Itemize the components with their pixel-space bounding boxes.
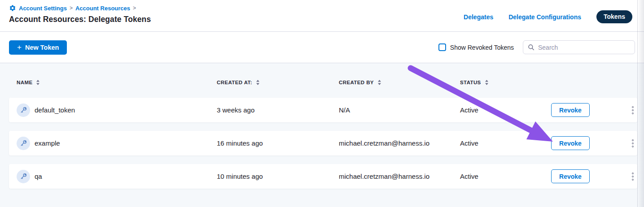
- sort-icon[interactable]: [256, 79, 260, 86]
- scrollbar[interactable]: [637, 0, 644, 207]
- tab-tokens-active[interactable]: Tokens: [596, 10, 632, 23]
- sort-icon[interactable]: [377, 79, 381, 86]
- header-tabs: Delegates Delegate Configurations Tokens: [464, 10, 632, 23]
- created-by: N/A: [339, 106, 460, 114]
- toolbar: + New Token Show Revoked Tokens: [0, 32, 644, 63]
- token-name: default_token: [35, 106, 75, 114]
- token-name-cell: example: [17, 137, 217, 150]
- page-header: Account Settings > Account Resources > A…: [0, 0, 644, 32]
- created-at: 10 minutes ago: [217, 172, 339, 180]
- column-label: NAME: [17, 80, 32, 85]
- key-icon: [17, 104, 30, 117]
- breadcrumb-link-account-settings[interactable]: Account Settings: [19, 5, 67, 12]
- new-token-label: New Token: [25, 44, 59, 51]
- created-at: 16 minutes ago: [217, 139, 339, 147]
- table-header-row: NAME CREATED AT: CREATED BY STATUS: [9, 77, 637, 88]
- token-name-cell: qa: [17, 170, 217, 183]
- show-revoked-checkbox[interactable]: [438, 43, 446, 51]
- tokens-table: NAME CREATED AT: CREATED BY STATUS: [0, 63, 644, 207]
- delegate-tokens-page: Account Settings > Account Resources > A…: [0, 0, 644, 207]
- new-token-button[interactable]: + New Token: [9, 40, 67, 55]
- column-header-name: NAME: [17, 79, 217, 86]
- created-by: michael.cretzman@harness.io: [339, 172, 460, 180]
- status-value: Active: [460, 106, 551, 114]
- breadcrumb-link-account-resources[interactable]: Account Resources: [75, 5, 130, 12]
- search-input[interactable]: [538, 44, 630, 51]
- header-left: Account Settings > Account Resources > A…: [9, 4, 151, 24]
- column-header-created-at: CREATED AT:: [217, 79, 339, 86]
- show-revoked-label: Show Revoked Tokens: [450, 44, 514, 51]
- row-menu-kebab-icon[interactable]: [630, 104, 635, 116]
- table-row: default_token 3 weeks ago N/A Active Rev…: [9, 98, 637, 122]
- column-label: STATUS: [460, 80, 481, 85]
- token-name-cell: default_token: [17, 104, 217, 117]
- breadcrumb-separator: >: [133, 5, 136, 11]
- key-icon: [17, 170, 30, 183]
- column-label: CREATED AT:: [217, 80, 252, 85]
- settings-gear-icon: [9, 4, 16, 12]
- page-title: Account Resources: Delegate Tokens: [9, 15, 151, 24]
- table-row: example 16 minutes ago michael.cretzman@…: [9, 131, 637, 155]
- table-row: qa 10 minutes ago michael.cretzman@harne…: [9, 164, 637, 189]
- token-name: qa: [35, 172, 42, 180]
- sort-icon[interactable]: [36, 79, 40, 86]
- revoke-button[interactable]: Revoke: [551, 169, 590, 183]
- search-icon: [528, 44, 534, 51]
- tab-delegates[interactable]: Delegates: [464, 13, 493, 21]
- show-revoked-tokens-toggle[interactable]: Show Revoked Tokens: [438, 43, 514, 51]
- revoke-button[interactable]: Revoke: [551, 103, 590, 117]
- status-value: Active: [460, 139, 551, 147]
- toolbar-right: Show Revoked Tokens: [438, 40, 635, 54]
- created-by: michael.cretzman@harness.io: [339, 139, 460, 147]
- key-icon: [17, 137, 30, 150]
- token-name: example: [35, 139, 60, 147]
- row-menu-kebab-icon[interactable]: [630, 171, 635, 182]
- row-menu-kebab-icon[interactable]: [630, 138, 635, 149]
- search-box[interactable]: [523, 40, 635, 54]
- breadcrumb-separator: >: [70, 5, 73, 11]
- sort-icon[interactable]: [485, 79, 489, 86]
- revoke-button[interactable]: Revoke: [551, 136, 590, 150]
- status-value: Active: [460, 172, 551, 180]
- breadcrumb: Account Settings > Account Resources >: [9, 4, 151, 12]
- tab-delegate-configurations[interactable]: Delegate Configurations: [508, 13, 581, 21]
- column-label: CREATED BY: [339, 80, 374, 85]
- column-header-status: STATUS: [460, 79, 551, 86]
- column-header-created-by: CREATED BY: [339, 79, 460, 86]
- created-at: 3 weeks ago: [217, 106, 339, 114]
- plus-icon: +: [17, 43, 22, 51]
